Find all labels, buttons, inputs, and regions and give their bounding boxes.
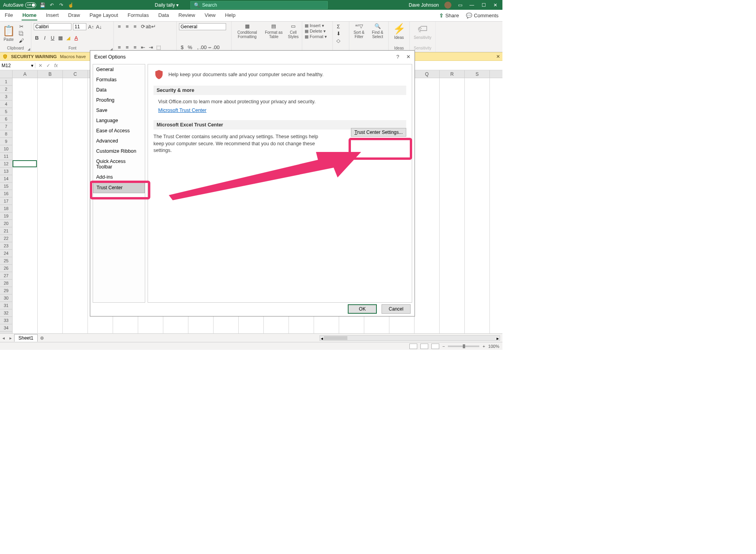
tab-review[interactable]: Review xyxy=(178,11,196,20)
orientation-icon[interactable]: ⟳ xyxy=(140,23,146,29)
insert-cells-button[interactable]: ▦ Insert ▾ xyxy=(305,23,330,28)
close-warning-icon[interactable]: ✕ xyxy=(496,54,500,59)
dialog-nav-item[interactable]: General xyxy=(93,64,145,75)
italic-button[interactable]: I xyxy=(42,35,48,41)
clear-icon[interactable]: ◇ xyxy=(335,37,341,44)
search-input[interactable]: 🔍 Search xyxy=(190,1,328,9)
row-header[interactable]: 4 xyxy=(0,101,12,108)
row-header[interactable]: 6 xyxy=(0,115,12,123)
tab-help[interactable]: Help xyxy=(224,11,236,20)
decrease-indent-icon[interactable]: ⇤ xyxy=(140,44,146,50)
column-header[interactable]: C xyxy=(63,70,88,78)
copy-icon[interactable]: ⿻ xyxy=(18,30,24,37)
row-header[interactable]: 2 xyxy=(0,86,12,93)
row-header[interactable]: 33 xyxy=(0,317,12,324)
format-cells-button[interactable]: ▦ Format ▾ xyxy=(305,34,330,39)
row-header[interactable]: 7 xyxy=(0,123,12,130)
sort-filter-button[interactable]: ᵃᶻ▽Sort & Filter xyxy=(352,23,366,39)
close-icon[interactable]: ✕ xyxy=(492,2,499,8)
row-header[interactable]: 18 xyxy=(0,205,12,212)
column-header[interactable]: A xyxy=(13,70,38,78)
font-size-select[interactable] xyxy=(73,23,86,30)
page-layout-view-icon[interactable] xyxy=(420,344,428,349)
merge-icon[interactable]: ⬚ xyxy=(155,44,162,50)
align-top-icon[interactable]: ≡ xyxy=(116,23,122,29)
row-header[interactable]: 8 xyxy=(0,130,12,138)
tab-insert[interactable]: Insert xyxy=(45,11,60,20)
trust-center-settings-button[interactable]: Trust Center Settings... xyxy=(351,128,406,137)
row-header[interactable]: 21 xyxy=(0,227,12,235)
format-painter-icon[interactable]: 🖌 xyxy=(18,37,24,44)
percent-icon[interactable]: % xyxy=(187,44,193,50)
underline-button[interactable]: U xyxy=(49,35,56,41)
comments-button[interactable]: 💬Comments xyxy=(466,13,499,18)
minimize-icon[interactable]: — xyxy=(469,2,475,8)
enter-formula-icon[interactable]: ✓ xyxy=(46,63,50,68)
column-header[interactable]: R xyxy=(440,70,465,78)
row-header[interactable]: 22 xyxy=(0,235,12,242)
column-header[interactable]: B xyxy=(38,70,63,78)
dialog-nav-item[interactable]: Data xyxy=(93,85,145,95)
row-header[interactable]: 23 xyxy=(0,242,12,250)
tab-view[interactable]: View xyxy=(204,11,216,20)
touch-mode-icon[interactable]: ☝ xyxy=(68,2,74,8)
dialog-nav-item[interactable]: Ease of Access xyxy=(93,126,145,136)
align-left-icon[interactable]: ≡ xyxy=(116,44,122,50)
dialog-nav-item[interactable]: Proofing xyxy=(93,95,145,105)
row-header[interactable]: 9 xyxy=(0,138,12,145)
dialog-nav-item[interactable]: Quick Access Toolbar xyxy=(93,156,145,172)
row-header[interactable]: 14 xyxy=(0,175,12,183)
sheet-tab[interactable]: Sheet1 xyxy=(14,334,38,342)
border-icon[interactable]: ▦ xyxy=(57,35,64,41)
currency-icon[interactable]: $ xyxy=(179,44,185,50)
tab-draw[interactable]: Draw xyxy=(68,11,81,20)
user-name[interactable]: Dave Johnson xyxy=(409,2,439,8)
tab-page-layout[interactable]: Page Layout xyxy=(89,11,119,20)
fx-icon[interactable]: fx xyxy=(54,63,58,68)
cell-styles-button[interactable]: ▭Cell Styles xyxy=(287,23,299,39)
decrease-decimal-icon[interactable]: ←.00 xyxy=(210,44,217,50)
cut-icon[interactable]: ✂ xyxy=(18,23,24,29)
row-header[interactable]: 10 xyxy=(0,145,12,153)
sheet-nav-next-icon[interactable]: ▸ xyxy=(7,335,14,341)
row-header[interactable]: 1 xyxy=(0,78,12,86)
delete-cells-button[interactable]: ▦ Delete ▾ xyxy=(305,29,330,34)
cancel-button[interactable]: Cancel xyxy=(382,304,411,314)
redo-icon[interactable]: ↷ xyxy=(58,2,64,8)
ribbon-mode-icon[interactable]: ▭ xyxy=(457,2,463,8)
tab-data[interactable]: Data xyxy=(157,11,170,20)
align-middle-icon[interactable]: ≡ xyxy=(124,23,130,29)
row-header[interactable]: 16 xyxy=(0,190,12,197)
row-header[interactable]: 5 xyxy=(0,108,12,115)
name-box[interactable]: M12▾ xyxy=(0,63,35,68)
row-header[interactable]: 15 xyxy=(0,183,12,190)
zoom-slider[interactable] xyxy=(448,346,479,347)
row-header[interactable]: 3 xyxy=(0,93,12,101)
row-header[interactable]: 24 xyxy=(0,250,12,257)
tab-formulas[interactable]: Formulas xyxy=(127,11,150,20)
row-header[interactable]: 25 xyxy=(0,257,12,265)
wrap-text-icon[interactable]: ab↵ xyxy=(148,23,154,29)
row-header[interactable]: 19 xyxy=(0,212,12,220)
ideas-button[interactable]: ⚡Ideas xyxy=(391,23,407,40)
row-header[interactable]: 31 xyxy=(0,302,12,309)
dialog-nav-item[interactable]: Add-ins xyxy=(93,172,145,182)
row-header[interactable]: 34 xyxy=(0,324,12,332)
autosave-toggle[interactable]: AutoSave Off xyxy=(3,2,36,8)
row-header[interactable]: 30 xyxy=(0,294,12,302)
row-header[interactable]: 32 xyxy=(0,309,12,317)
dialog-nav-item[interactable]: Customize Ribbon xyxy=(93,146,145,156)
increase-indent-icon[interactable]: ⇥ xyxy=(148,44,154,50)
zoom-out-icon[interactable]: − xyxy=(442,344,445,349)
zoom-level[interactable]: 100% xyxy=(488,344,499,349)
row-header[interactable]: 28 xyxy=(0,280,12,287)
maximize-icon[interactable]: ☐ xyxy=(480,2,487,8)
dialog-nav-item[interactable]: Trust Center xyxy=(93,182,145,193)
paste-button[interactable]: 📋Paste xyxy=(2,25,15,42)
find-select-button[interactable]: 🔍Find & Select xyxy=(369,23,386,39)
undo-icon[interactable]: ↶ xyxy=(49,2,55,8)
row-header[interactable]: 26 xyxy=(0,265,12,272)
conditional-formatting-button[interactable]: ▦Conditional Formatting xyxy=(234,23,260,39)
scroll-right-icon[interactable]: ▸ xyxy=(497,336,499,341)
normal-view-icon[interactable] xyxy=(409,344,417,349)
